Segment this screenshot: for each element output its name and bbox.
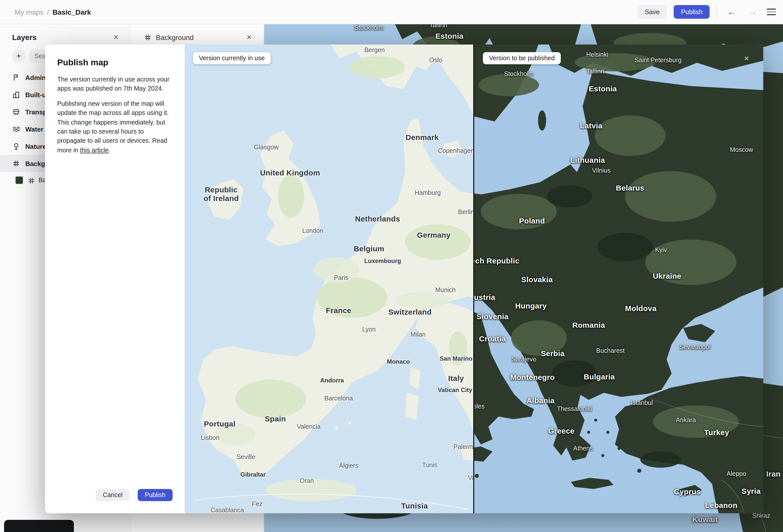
sidebar-item-label: Water [25,125,43,133]
dialog-paragraph-2-text: Publishing new version of the map will u… [57,100,169,154]
sidebar-item-label: Nature [25,143,46,150]
top-bar: My maps / Basic_Dark Save Publish ← → [0,0,783,24]
undo-arrow-icon[interactable]: ← [724,5,739,19]
background-tab-title: Background [156,33,239,41]
current-version-chip: Version currently in use [193,52,271,64]
dialog-paragraph-2: Publishing new version of the map will u… [57,99,173,155]
breadcrumb-separator: / [47,8,49,16]
dialog-title: Publish map [57,58,173,68]
app-window: StockholmTallinnEstoniaKuwaitShirazIran … [0,0,783,532]
compare-divider-handle[interactable] [473,44,474,513]
dialog-publish-button[interactable]: Publish [138,489,173,501]
layer-swatch [15,176,23,184]
dialog-paragraph-2-end: . [108,147,110,154]
grid-icon [144,33,151,41]
publish-dialog: Publish map The version currently in use… [45,44,185,513]
background-tab-close-icon[interactable]: × [244,32,255,42]
breadcrumb-section[interactable]: My maps [15,8,43,16]
toolbar-divider [717,6,717,18]
dialog-paragraph-1: The version currently in use across your… [57,75,173,94]
breadcrumb-current: Basic_Dark [52,8,91,16]
compare-close-icon[interactable]: × [744,54,749,64]
publish-button[interactable]: Publish [674,5,710,19]
cancel-button[interactable]: Cancel [96,489,130,501]
grid-icon [12,159,20,167]
save-button[interactable]: Save [637,5,666,19]
bottom-toast [4,520,74,532]
redo-arrow-icon[interactable]: → [746,5,760,19]
tree-icon [12,142,20,150]
flag-icon [12,73,20,82]
grid-icon [27,177,34,184]
add-layer-button[interactable]: + [12,50,25,63]
publish-modal: Publish map The version currently in use… [45,44,763,513]
layers-panel-title: Layers [12,33,37,41]
building-icon [12,91,20,99]
published-version-chip: Version to be published [483,52,561,64]
layers-close-icon[interactable]: × [110,32,122,42]
breadcrumb: My maps / Basic_Dark [15,8,91,16]
hamburger-menu-icon[interactable] [767,9,776,15]
version-compare-map[interactable]: BergenOsloGlasgowCopenhagenHamburgBerlin… [185,44,763,513]
bus-icon [12,108,20,116]
water-icon [12,125,20,133]
this-article-link[interactable]: this article [80,147,108,154]
